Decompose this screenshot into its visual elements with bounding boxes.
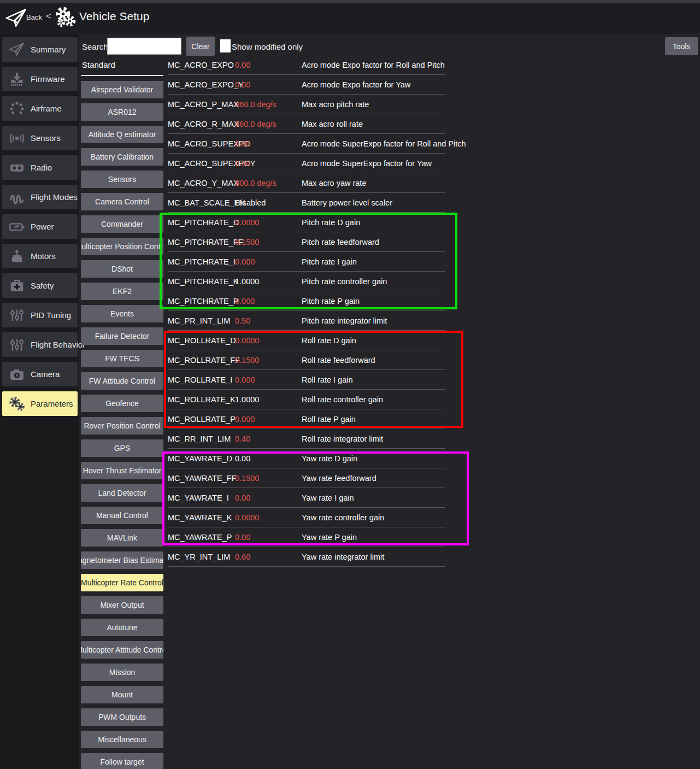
group-button-battery-calibration[interactable]: Battery Calibration — [81, 148, 163, 166]
group-button-pwm-outputs[interactable]: PWM Outputs — [81, 708, 163, 726]
parameter-row-mc-acro-y-max[interactable]: MC_ACRO_Y_MAX 900.0 deg/s Max acro yaw r… — [168, 173, 445, 193]
parameter-row-mc-pr-int-lim[interactable]: MC_PR_INT_LIM 0.50 Pitch rate integrator… — [168, 311, 445, 331]
parameter-row-mc-acro-expo-y[interactable]: MC_ACRO_EXPO_Y 0.00 Acro mode Expo facto… — [168, 75, 445, 95]
group-button-magnetometer-bias-estimator[interactable]: Magnetometer Bias Estimator — [81, 551, 163, 569]
paper-plane-icon — [7, 41, 27, 58]
parameter-row-mc-yawrate-ff[interactable]: MC_YAWRATE_FF 0.1500 Yaw rate feedforwar… — [168, 468, 445, 488]
clear-button[interactable]: Clear — [186, 37, 215, 56]
group-button-multicopter-rate-control[interactable]: Multicopter Rate Control — [81, 574, 163, 591]
group-button-failure-detector[interactable]: Failure Detector — [81, 327, 163, 345]
group-button-mount[interactable]: Mount — [81, 686, 163, 703]
group-button-attitude-q-estimator[interactable]: Attitude Q estimator — [81, 126, 163, 143]
sidebar-item-parameters[interactable]: Parameters — [2, 391, 78, 416]
group-button-mavlink[interactable]: MAVLink — [81, 529, 163, 547]
group-button-airspeed-validator[interactable]: Airspeed Validator — [81, 81, 163, 98]
group-button-manual-control[interactable]: Manual Control — [81, 507, 163, 524]
tools-button[interactable]: Tools — [665, 37, 698, 55]
parameter-row-mc-rollrate-p[interactable]: MC_ROLLRATE_P 0.000 Roll rate P gain — [168, 409, 445, 429]
parameter-row-mc-pitchrate-d[interactable]: MC_PITCHRATE_D 0.0000 Pitch rate D gain — [168, 213, 445, 232]
search-input[interactable] — [107, 38, 181, 55]
parameter-row-mc-rollrate-d[interactable]: MC_ROLLRATE_D 0.0000 Roll rate D gain — [168, 331, 445, 350]
parameter-row-mc-rollrate-k[interactable]: MC_ROLLRATE_K 1.0000 Roll rate controlle… — [168, 390, 445, 409]
group-button-ekf2[interactable]: EKF2 — [81, 283, 163, 300]
sidebar-item-radio[interactable]: Radio — [2, 155, 78, 180]
sidebar-item-label: Parameters — [31, 399, 73, 408]
group-button-geofence[interactable]: Geofence — [81, 395, 163, 412]
group-button-fw-tecs[interactable]: FW TECS — [81, 350, 163, 367]
parameter-description: Pitch rate integrator limit — [302, 316, 387, 325]
group-button-miscellaneous[interactable]: Miscellaneous — [81, 731, 163, 748]
group-button-sensors[interactable]: Sensors — [81, 171, 163, 188]
parameter-value: 0.1500 — [235, 474, 302, 483]
group-category-header[interactable]: Standard — [81, 59, 163, 76]
parameter-row-mc-bat-scale-en[interactable]: MC_BAT_SCALE_EN Disabled Battery power l… — [168, 193, 445, 213]
group-button-fw-attitude-control[interactable]: FW Attitude Control — [81, 372, 163, 390]
sidebar-item-safety[interactable]: Safety — [2, 273, 78, 298]
parameter-name: MC_ROLLRATE_P — [168, 415, 235, 424]
group-button-autotune[interactable]: Autotune — [81, 619, 163, 636]
group-button-follow-target[interactable]: Follow target — [81, 753, 163, 769]
parameter-row-mc-acro-expo[interactable]: MC_ACRO_EXPO 0.00 Acro mode Expo factor … — [168, 55, 445, 75]
group-button-multicopter-attitude-control[interactable]: Multicopter Attitude Control — [81, 641, 163, 659]
parameter-description: Pitch rate feedforward — [302, 238, 379, 246]
qgc-paper-plane-logo-icon[interactable] — [4, 7, 28, 31]
sidebar-item-airframe[interactable]: Airframe — [2, 96, 78, 121]
sensors-icon — [7, 130, 27, 147]
group-button-mixer-output[interactable]: Mixer Output — [81, 596, 163, 614]
parameter-row-mc-acro-p-max[interactable]: MC_ACRO_P_MAX 360.0 deg/s Max acro pitch… — [168, 95, 445, 114]
sidebar-item-label: Motors — [31, 251, 56, 261]
parameter-row-mc-pitchrate-k[interactable]: MC_PITCHRATE_K 1.0000 Pitch rate control… — [168, 272, 445, 291]
parameter-row-mc-pitchrate-p[interactable]: MC_PITCHRATE_P 0.000 Pitch rate P gain — [168, 291, 445, 311]
sidebar-item-label: Summary — [31, 45, 66, 54]
parameter-value: 0.00 — [235, 61, 302, 69]
parameter-row-mc-pitchrate-ff[interactable]: MC_PITCHRATE_FF 0.1500 Pitch rate feedfo… — [168, 232, 445, 252]
sidebar-item-sensors[interactable]: Sensors — [2, 126, 78, 150]
parameter-description: Roll rate I gain — [302, 375, 353, 384]
parameter-value: 360.0 deg/s — [235, 120, 302, 128]
parameter-value: 0.1500 — [235, 356, 302, 365]
group-button-land-detector[interactable]: Land Detector — [81, 484, 163, 502]
parameter-row-mc-yr-int-lim[interactable]: MC_YR_INT_LIM 0.60 Yaw rate integrator l… — [168, 547, 445, 567]
sidebar-item-motors[interactable]: Motors — [2, 244, 78, 268]
sidebar-item-label: Airframe — [31, 104, 62, 113]
group-button-multicopter-position-control[interactable]: Multicopter Position Control — [81, 238, 163, 255]
sidebar-item-pid-tuning[interactable]: PID Tuning — [2, 303, 78, 327]
parameter-row-mc-acro-supexpo[interactable]: MC_ACRO_SUPEXPO 0.00 Acro mode SuperExpo… — [168, 134, 445, 154]
sidebar-item-flight-behavior[interactable]: Flight Behavior — [2, 332, 78, 357]
group-button-gps[interactable]: GPS — [81, 439, 163, 457]
parameter-row-mc-yawrate-k[interactable]: MC_YAWRATE_K 0.0000 Yaw rate controller … — [168, 508, 445, 527]
page-title: Vehicle Setup — [79, 10, 149, 23]
sidebar-item-firmware[interactable]: Firmware — [2, 67, 78, 91]
parameter-row-mc-rollrate-ff[interactable]: MC_ROLLRATE_FF 0.1500 Roll rate feedforw… — [168, 350, 445, 370]
sidebar-item-camera[interactable]: Camera — [2, 362, 78, 386]
parameter-value: 0.00 — [235, 159, 302, 168]
parameter-value: 0.00 — [235, 80, 302, 89]
parameter-description: Pitch rate I gain — [302, 257, 357, 266]
sidebar-item-summary[interactable]: Summary — [2, 37, 78, 62]
parameter-row-mc-rr-int-lim[interactable]: MC_RR_INT_LIM 0.40 Roll rate integrator … — [168, 429, 445, 449]
group-button-mission[interactable]: Mission — [81, 664, 163, 681]
group-button-commander[interactable]: Commander — [81, 215, 163, 233]
parameter-row-mc-acro-supexpoy[interactable]: MC_ACRO_SUPEXPOY 0.00 Acro mode SuperExp… — [168, 154, 445, 173]
parameter-row-mc-yawrate-i[interactable]: MC_YAWRATE_I 0.00 Yaw rate I gain — [168, 488, 445, 508]
parameter-row-mc-acro-r-max[interactable]: MC_ACRO_R_MAX 360.0 deg/s Max acro roll … — [168, 114, 445, 134]
parameter-row-mc-pitchrate-i[interactable]: MC_PITCHRATE_I 0.000 Pitch rate I gain — [168, 252, 445, 272]
parameter-row-mc-yawrate-p[interactable]: MC_YAWRATE_P 0.00 Yaw rate P gain — [168, 527, 445, 547]
parameter-name: MC_PITCHRATE_D — [168, 218, 235, 227]
breadcrumb-chevron: < — [46, 11, 51, 22]
group-button-dshot[interactable]: DShot — [81, 260, 163, 278]
sliders-icon — [7, 336, 27, 354]
sidebar-item-flight-modes[interactable]: Flight Modes — [2, 185, 78, 209]
show-modified-checkbox[interactable] — [220, 39, 231, 52]
group-button-rover-position-control[interactable]: Rover Position Control — [81, 417, 163, 435]
group-button-camera-control[interactable]: Camera Control — [81, 193, 163, 210]
group-button-asr012[interactable]: ASR012 — [81, 103, 163, 121]
first-aid-icon — [7, 277, 27, 295]
back-button[interactable]: Back — [26, 13, 42, 21]
group-button-events[interactable]: Events — [81, 305, 163, 322]
group-button-hover-thrust-estimator[interactable]: Hover Thrust Estimator — [81, 462, 163, 479]
sidebar-item-power[interactable]: Power — [2, 214, 78, 239]
parameter-row-mc-yawrate-d[interactable]: MC_YAWRATE_D 0.00 Yaw rate D gain — [168, 449, 445, 468]
parameter-row-mc-rollrate-i[interactable]: MC_ROLLRATE_I 0.000 Roll rate I gain — [168, 370, 445, 390]
parameter-value: 0.00 — [235, 494, 302, 502]
